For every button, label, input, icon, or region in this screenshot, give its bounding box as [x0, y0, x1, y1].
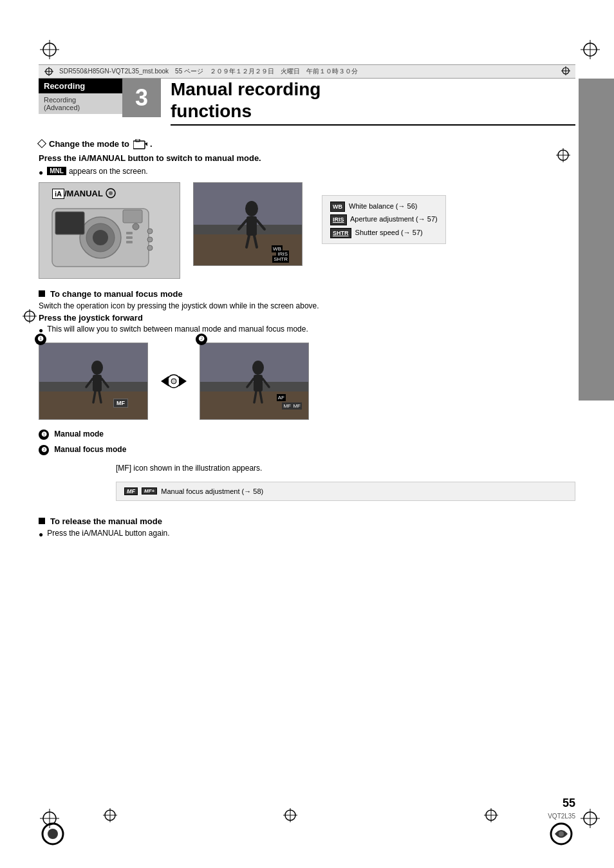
mf-badge-right: MF — [292, 402, 302, 410]
svg-point-85 — [559, 831, 564, 836]
svg-rect-68 — [254, 375, 263, 392]
svg-point-34 — [133, 223, 139, 230]
bottom-left-crosshair — [103, 808, 117, 824]
mf-note: [MF] icon shown in the illustration appe… — [116, 464, 575, 473]
svg-point-45 — [245, 201, 258, 216]
svg-point-67 — [252, 361, 264, 375]
joystick-icon — [161, 368, 187, 394]
reg-mark-tl — [40, 40, 59, 59]
reg-mark-br — [581, 809, 600, 828]
num-circle-2: ❷ — [196, 334, 207, 345]
joystick-note-text: This will allow you to switch between ma… — [47, 325, 308, 334]
page-code: VQT2L35 — [548, 813, 575, 820]
bottom-right-circle — [548, 821, 574, 849]
svg-rect-37 — [126, 241, 133, 243]
diamond-icon — [37, 139, 46, 148]
mode-labels: ❶ Manual mode ❷ Manual focus mode — [39, 428, 575, 457]
section1-header: To change to manual focus mode — [39, 289, 575, 299]
svg-point-32 — [93, 230, 108, 245]
mf-icon-1: MF — [124, 487, 138, 495]
circle-num-2: ❷ — [39, 445, 49, 455]
header-crosshair-right — [561, 66, 570, 77]
header-file-info: SDR550&H85GN-VQT2L35_mst.book 55 ページ ２０９… — [59, 67, 358, 76]
label2-text: Manual focus mode — [54, 445, 126, 454]
shtr-desc: Shutter speed (→ 57) — [355, 229, 423, 236]
svg-point-54 — [91, 361, 103, 375]
joystick-between — [161, 368, 187, 394]
svg-rect-55 — [93, 375, 102, 392]
page-title-line1: Manual recording — [171, 79, 321, 99]
dual-images-row: ❶ MNL MF — [39, 343, 575, 420]
svg-rect-38 — [55, 212, 84, 234]
section2-header: To release the manual mode — [39, 516, 575, 526]
reg-mark-tr — [581, 40, 600, 59]
sidebar-recording-label: Recording — [39, 79, 122, 93]
camera-illustration: iA /MANUAL — [39, 182, 180, 279]
wb-info-badge: WB — [330, 202, 345, 212]
mnl-appears-line: ● MNL appears on the screen. — [39, 167, 575, 177]
section2-square-icon — [39, 518, 45, 524]
manual-focus-screen: MNL MF AF MF MF — [200, 343, 309, 420]
svg-rect-35 — [126, 232, 133, 234]
mode-camera-icon — [133, 138, 147, 149]
svg-rect-36 — [126, 236, 133, 239]
sidebar: Recording Recording(Advanced) — [39, 79, 122, 114]
label1-text: Manual mode — [54, 429, 104, 439]
page-title-area: Manual recording functions — [171, 79, 575, 126]
sidebar-sub-label: Recording(Advanced) — [39, 93, 122, 114]
right-tab — [579, 79, 614, 401]
change-mode-text: Change the mode to — [49, 139, 129, 149]
release-note-text: Press the iA/MANUAL button again. — [47, 529, 169, 538]
svg-rect-24 — [133, 141, 145, 149]
bullet-dot: ● — [39, 168, 43, 177]
mid-left-crosshair — [23, 309, 37, 325]
shtr-badge: SHTR — [272, 256, 289, 263]
change-mode-line: Change the mode to . — [39, 138, 575, 149]
mnl-appears-text: appears on the screen. — [69, 167, 148, 176]
section1-desc: Switch the operation icon by pressing th… — [39, 301, 575, 310]
svg-rect-33 — [123, 210, 142, 223]
page-number: 55 — [563, 797, 575, 810]
mf-section: [MF] icon shown in the illustration appe… — [39, 464, 575, 501]
mf-adj-desc: Manual focus adjustment (→ 58) — [161, 487, 263, 495]
page-title: Manual recording functions — [171, 79, 575, 126]
af-badge: AF — [277, 394, 286, 401]
num-circle-1: ❶ — [35, 334, 46, 345]
bullet-dot-3: ● — [39, 530, 43, 539]
mf-badge-left: MF — [282, 402, 292, 410]
images-row: iA /MANUAL — [39, 182, 575, 279]
svg-point-63 — [171, 379, 176, 384]
main-content: Change the mode to . Press the iA/MANUAL… — [39, 138, 575, 542]
mnl-badge: MNL — [47, 167, 66, 175]
svg-point-40 — [147, 237, 153, 242]
change-mode-dot: . — [150, 139, 153, 149]
section-square-icon — [39, 290, 45, 297]
manual-mode-screen: MNL MF — [39, 343, 148, 420]
bottom-left-circle — [40, 821, 66, 849]
info-box: WB White balance (→ 56) IRIS Aperture ad… — [322, 195, 446, 245]
mf-icon-2: MF+ — [142, 487, 157, 495]
circle-num-1: ❶ — [39, 429, 49, 440]
iris-info-badge: IRIS — [330, 214, 347, 225]
svg-rect-46 — [247, 216, 257, 236]
bottom-center-crosshair — [283, 808, 297, 824]
svg-point-28 — [109, 191, 113, 195]
svg-point-39 — [147, 229, 153, 234]
mf-info-box: MF MF+ Manual focus adjustment (→ 58) — [116, 482, 575, 501]
shtr-info-badge: SHTR — [330, 228, 351, 238]
joystick-note-line: ● This will allow you to switch between … — [39, 325, 575, 335]
wb-desc: White balance (→ 56) — [349, 202, 417, 210]
manual-focus-img-container: ❷ MNL MF AF MF MF — [200, 343, 309, 420]
release-note-line: ● Press the iA/MANUAL button again. — [39, 529, 575, 539]
manual-mode-img-container: ❶ MNL MF — [39, 343, 148, 420]
section2-title: To release the manual mode — [50, 516, 162, 526]
mf-screen-badge: MF — [113, 399, 128, 408]
header-strip: SDR550&H85GN-VQT2L35_mst.book 55 ページ ２０９… — [39, 64, 575, 79]
page-title-line2: functions — [171, 101, 252, 121]
iris-desc: Aperture adjustment (→ 57) — [350, 215, 438, 223]
press-iA-label: Press the iA/MANUAL button to switch to … — [39, 153, 575, 163]
header-crosshair — [44, 66, 54, 77]
svg-point-83 — [48, 829, 58, 839]
svg-point-41 — [147, 245, 153, 250]
bottom-right-crosshair — [484, 808, 498, 824]
